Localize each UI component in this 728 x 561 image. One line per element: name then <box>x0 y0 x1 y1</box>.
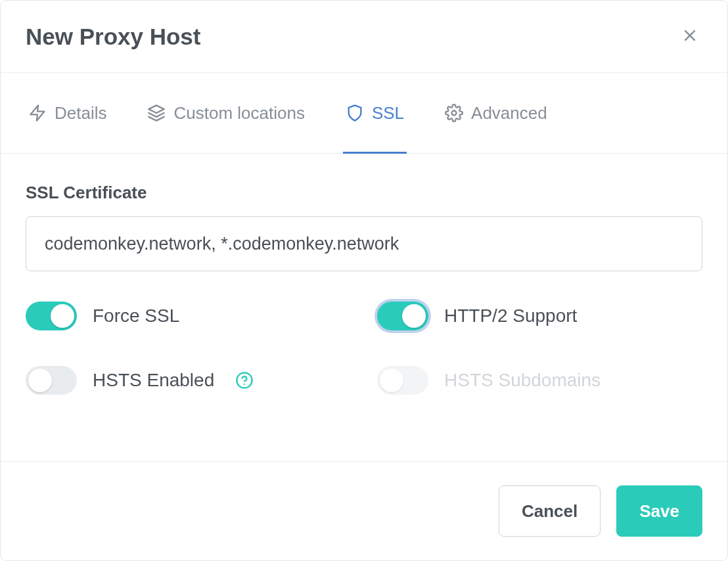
svg-point-4 <box>452 111 457 116</box>
cancel-button[interactable]: Cancel <box>499 485 601 537</box>
svg-marker-3 <box>149 105 164 113</box>
tabs: Details Custom locations SSL Advanced <box>1 73 727 154</box>
force-ssl-label: Force SSL <box>93 305 179 326</box>
http2-row: HTTP/2 Support <box>377 302 702 330</box>
force-ssl-row: Force SSL <box>26 302 351 330</box>
tab-label: Details <box>55 103 106 123</box>
svg-marker-2 <box>31 105 45 120</box>
tab-advanced[interactable]: Advanced <box>442 73 550 153</box>
tab-ssl[interactable]: SSL <box>343 73 407 153</box>
tab-label: SSL <box>372 103 404 123</box>
ssl-certificate-label: SSL Certificate <box>26 183 702 203</box>
ssl-certificate-select[interactable]: codemonkey.network, *.codemonkey.network <box>26 216 702 271</box>
hsts-row: HSTS Enabled <box>26 366 351 395</box>
shield-icon <box>346 104 364 122</box>
help-icon[interactable] <box>235 371 254 390</box>
layers-icon <box>147 104 166 122</box>
ssl-certificate-value: codemonkey.network, *.codemonkey.network <box>45 234 399 254</box>
modal-title: New Proxy Host <box>26 24 200 50</box>
hsts-subdomains-label: HSTS Subdomains <box>444 370 601 391</box>
gear-icon <box>445 104 463 122</box>
force-ssl-toggle[interactable] <box>26 302 77 330</box>
modal-body: SSL Certificate codemonkey.network, *.co… <box>1 154 727 461</box>
close-icon <box>681 36 698 46</box>
modal-header: New Proxy Host <box>1 1 727 73</box>
tab-label: Advanced <box>471 103 547 123</box>
zap-icon <box>28 104 47 122</box>
modal-footer: Cancel Save <box>1 461 727 560</box>
close-button[interactable] <box>677 23 702 50</box>
hsts-subdomains-toggle <box>377 366 428 395</box>
hsts-toggle[interactable] <box>26 366 77 395</box>
tab-label: Custom locations <box>173 103 304 123</box>
tab-details[interactable]: Details <box>26 73 109 153</box>
save-button[interactable]: Save <box>616 485 702 537</box>
hsts-label: HSTS Enabled <box>93 370 214 391</box>
hsts-subdomains-row: HSTS Subdomains <box>377 366 702 395</box>
http2-label: HTTP/2 Support <box>444 305 577 326</box>
tab-custom-locations[interactable]: Custom locations <box>145 73 307 153</box>
switch-grid: Force SSL HTTP/2 Support HSTS Enabled HS… <box>26 302 702 395</box>
http2-toggle[interactable] <box>377 302 428 330</box>
new-proxy-host-modal: New Proxy Host Details Custom locations … <box>0 0 728 561</box>
